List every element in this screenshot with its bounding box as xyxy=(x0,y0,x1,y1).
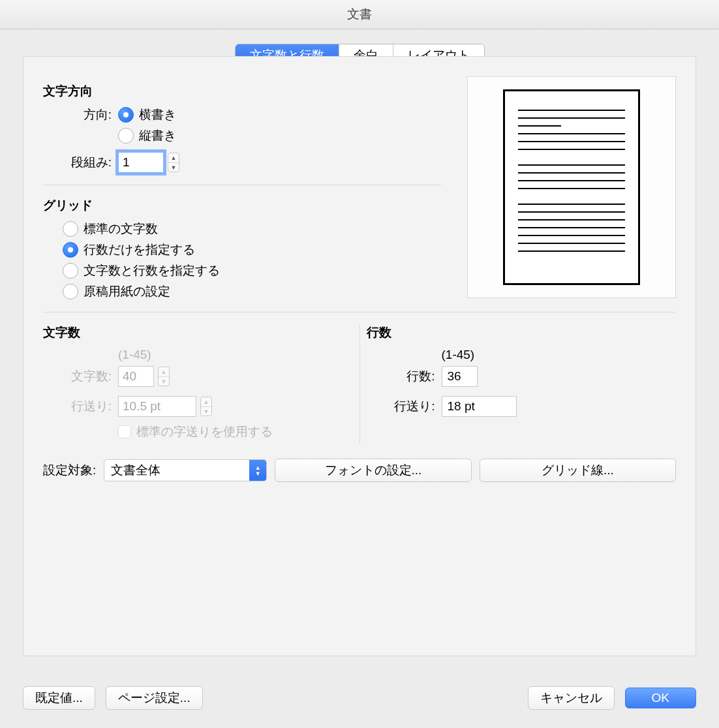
chevron-down-icon[interactable]: ▼ xyxy=(168,162,179,172)
chars-count-stepper-buttons: ▲ ▼ xyxy=(158,367,170,386)
radio-chars-lines[interactable] xyxy=(63,263,78,279)
default-button[interactable]: 既定値... xyxy=(23,686,95,710)
ok-button[interactable]: OK xyxy=(625,688,696,708)
radio-lines-only-label: 行数だけを指定する xyxy=(84,241,195,258)
radio-vertical[interactable] xyxy=(118,128,134,144)
font-settings-button[interactable]: フォントの設定... xyxy=(275,459,471,482)
chars-range: (1-45) xyxy=(118,348,151,362)
columns-label: 段組み: xyxy=(43,154,118,171)
apply-to-value: 文書全体 xyxy=(111,462,161,479)
chars-count-input xyxy=(118,366,154,387)
select-arrows-icon: ▲▼ xyxy=(249,460,266,481)
apply-to-label: 設定対象: xyxy=(43,462,96,479)
columns-input[interactable] xyxy=(118,152,164,173)
cancel-button[interactable]: キャンセル xyxy=(528,686,615,710)
chevron-down-icon: ▼ xyxy=(159,376,169,386)
chevron-up-icon[interactable]: ▲ xyxy=(168,153,179,162)
page-preview xyxy=(467,76,676,298)
direction-label: 方向: xyxy=(43,106,118,123)
page-setup-button[interactable]: ページ設定... xyxy=(106,686,203,710)
dialog-footer: 既定値... ページ設定... キャンセル OK xyxy=(23,686,696,710)
window-title: 文書 xyxy=(0,0,719,29)
radio-manuscript-label: 原稿用紙の設定 xyxy=(84,283,170,300)
main-panel: 文字方向 方向: 横書き 縦書き 段組み: ▲ ▼ グリッド 標準の文字数 行数… xyxy=(23,56,696,656)
apply-to-select[interactable]: 文書全体 ▲▼ xyxy=(104,459,267,481)
use-default-pitch-label: 標準の字送りを使用する xyxy=(136,423,273,440)
columns-stepper-buttons[interactable]: ▲ ▼ xyxy=(168,153,179,172)
radio-chars-lines-label: 文字数と行数を指定する xyxy=(84,262,220,279)
radio-standard-chars[interactable] xyxy=(63,221,78,237)
radio-horizontal[interactable] xyxy=(118,107,134,123)
lines-count-label: 行数: xyxy=(367,368,442,385)
chars-count-stepper: ▲ ▼ xyxy=(118,366,170,387)
lines-count-input[interactable] xyxy=(442,366,478,387)
radio-standard-label: 標準の文字数 xyxy=(84,220,158,237)
radio-horizontal-label: 横書き xyxy=(139,106,176,123)
lines-pitch-input[interactable] xyxy=(442,396,517,417)
columns-stepper[interactable]: ▲ ▼ xyxy=(118,152,179,173)
chevron-down-icon: ▼ xyxy=(201,406,211,416)
radio-manuscript[interactable] xyxy=(63,284,78,299)
chars-pitch-stepper-buttons: ▲ ▼ xyxy=(200,397,212,416)
chars-pitch-input xyxy=(118,396,196,417)
lines-range: (1-45) xyxy=(442,348,475,362)
chars-count-label: 文字数: xyxy=(43,368,118,385)
use-default-pitch-checkbox xyxy=(118,425,131,438)
chars-pitch-label: 行送り: xyxy=(43,398,118,415)
grid-lines-button[interactable]: グリッド線... xyxy=(480,459,676,482)
lines-pitch-label: 行送り: xyxy=(367,398,442,415)
radio-vertical-label: 縦書き xyxy=(139,127,176,144)
chevron-up-icon: ▲ xyxy=(159,367,169,376)
radio-lines-only[interactable] xyxy=(63,242,78,258)
lines-heading: 行数 xyxy=(367,324,677,341)
chars-heading: 文字数 xyxy=(43,324,353,341)
chars-pitch-stepper: ▲ ▼ xyxy=(118,396,212,417)
page-preview-graphic xyxy=(503,89,640,285)
chevron-up-icon: ▲ xyxy=(201,397,211,406)
